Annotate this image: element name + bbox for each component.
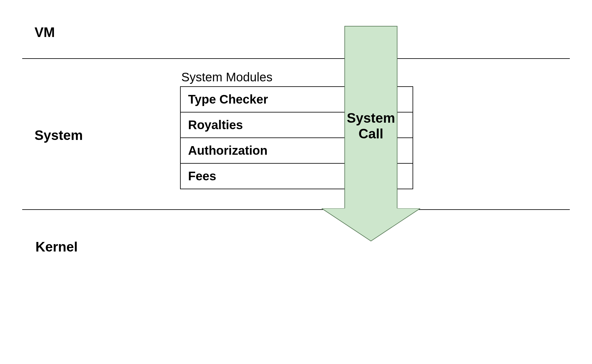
arrow-down-icon <box>322 208 420 240</box>
layer-system-label: System <box>35 128 83 143</box>
arrow-label-line2: Call <box>359 126 384 141</box>
arrow-label-line1: System <box>347 110 395 125</box>
svg-marker-0 <box>322 208 420 241</box>
arrow-label: System Call <box>344 110 397 141</box>
divider-vm-system <box>22 58 570 59</box>
layer-vm-label: VM <box>35 25 55 40</box>
system-modules-caption: System Modules <box>181 70 273 84</box>
system-call-arrow: System Call <box>311 26 431 240</box>
divider-system-kernel <box>22 209 570 210</box>
layer-kernel-label: Kernel <box>35 239 78 255</box>
